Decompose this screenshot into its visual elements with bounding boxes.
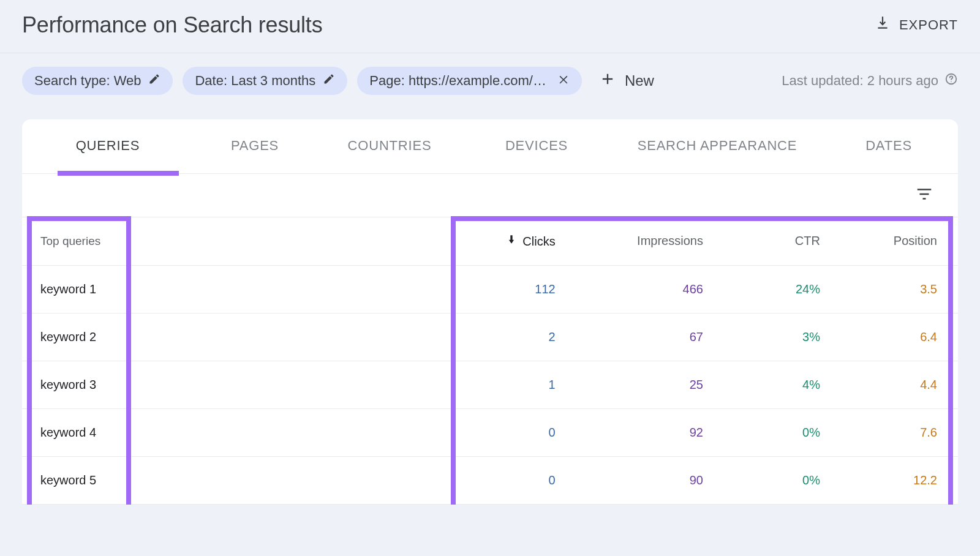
active-tab-indicator [58, 171, 179, 176]
cell-query: keyword 5 [22, 456, 459, 504]
cell-impressions: 92 [570, 408, 718, 456]
export-label: EXPORT [899, 17, 958, 33]
table-toolbar [22, 174, 958, 217]
queries-table: Top queries Clicks Impressions CTR Posit… [22, 217, 958, 505]
tab-queries[interactable]: QUERIES [22, 119, 194, 173]
col-clicks-label: Clicks [522, 235, 555, 248]
table-row[interactable]: keyword 111246624%3.5 [22, 265, 958, 313]
chip-page-label: Page: https://example.com/… [369, 73, 546, 89]
cell-clicks: 0 [459, 408, 570, 456]
tab-search-appearance[interactable]: SEARCH APPEARANCE [610, 119, 824, 173]
col-ctr[interactable]: CTR [718, 217, 835, 265]
col-position[interactable]: Position [835, 217, 958, 265]
cell-position: 7.6 [835, 408, 958, 456]
tab-countries[interactable]: COUNTRIES [316, 119, 463, 173]
cell-position: 6.4 [835, 313, 958, 361]
page-title: Performance on Search results [22, 12, 322, 38]
svg-rect-0 [882, 17, 883, 24]
table-filter-button[interactable] [915, 185, 933, 206]
cell-query: keyword 1 [22, 265, 459, 313]
cell-ctr: 0% [718, 408, 835, 456]
chip-page[interactable]: Page: https://example.com/… [357, 67, 582, 95]
cell-ctr: 24% [718, 265, 835, 313]
cell-ctr: 3% [718, 313, 835, 361]
data-card: QUERIES PAGES COUNTRIES DEVICES SEARCH A… [22, 119, 958, 505]
cell-position: 12.2 [835, 456, 958, 504]
cell-impressions: 25 [570, 361, 718, 408]
cell-ctr: 0% [718, 456, 835, 504]
col-impressions[interactable]: Impressions [570, 217, 718, 265]
cell-clicks: 2 [459, 313, 570, 361]
export-button[interactable]: EXPORT [875, 15, 958, 35]
cell-impressions: 67 [570, 313, 718, 361]
filter-bar: Search type: Web Date: Last 3 months Pag… [0, 53, 980, 119]
chip-date[interactable]: Date: Last 3 months [183, 67, 347, 95]
col-top-queries[interactable]: Top queries [22, 217, 459, 265]
svg-point-2 [951, 81, 951, 82]
plus-icon [599, 70, 616, 91]
cell-clicks: 0 [459, 456, 570, 504]
tab-pages[interactable]: PAGES [194, 119, 316, 173]
cell-impressions: 466 [570, 265, 718, 313]
download-icon [875, 15, 891, 35]
tab-devices[interactable]: DEVICES [463, 119, 610, 173]
table-row[interactable]: keyword 50900%12.2 [22, 456, 958, 504]
tab-bar: QUERIES PAGES COUNTRIES DEVICES SEARCH A… [22, 119, 958, 174]
help-icon[interactable] [944, 72, 958, 89]
cell-impressions: 90 [570, 456, 718, 504]
pencil-icon [323, 73, 335, 89]
cell-clicks: 112 [459, 265, 570, 313]
cell-query: keyword 4 [22, 408, 459, 456]
cell-position: 3.5 [835, 265, 958, 313]
page-header: Performance on Search results EXPORT [0, 0, 980, 53]
last-updated-label: Last updated: 2 hours ago [782, 73, 938, 89]
chip-search-type[interactable]: Search type: Web [22, 67, 173, 95]
col-clicks[interactable]: Clicks [459, 217, 570, 265]
tab-dates[interactable]: DATES [824, 119, 953, 173]
cell-clicks: 1 [459, 361, 570, 408]
table-row[interactable]: keyword 31254%4.4 [22, 361, 958, 408]
last-updated: Last updated: 2 hours ago [782, 72, 958, 89]
cell-ctr: 4% [718, 361, 835, 408]
chip-date-label: Date: Last 3 months [195, 73, 315, 89]
pencil-icon [148, 73, 160, 89]
chip-search-type-label: Search type: Web [34, 73, 141, 89]
cell-query: keyword 3 [22, 361, 459, 408]
cell-query: keyword 2 [22, 313, 459, 361]
sort-desc-icon [505, 233, 518, 246]
close-icon[interactable] [557, 73, 570, 89]
add-filter-button[interactable]: New [599, 70, 654, 91]
table-row[interactable]: keyword 40920%7.6 [22, 408, 958, 456]
table-header-row: Top queries Clicks Impressions CTR Posit… [22, 217, 958, 265]
add-filter-label: New [625, 72, 654, 89]
table-row[interactable]: keyword 22673%6.4 [22, 313, 958, 361]
cell-position: 4.4 [835, 361, 958, 408]
